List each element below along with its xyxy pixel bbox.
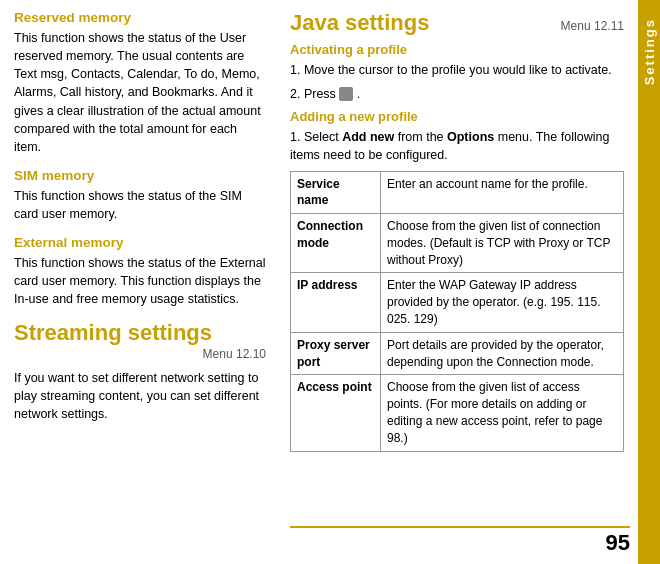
table-cell-value: Choose from the given list of connection…	[381, 214, 624, 273]
table-row: IP addressEnter the WAP Gateway IP addre…	[291, 273, 624, 332]
table-cell-label: IP address	[291, 273, 381, 332]
reserved-memory-body: This function shows the status of the Us…	[14, 29, 266, 156]
sim-memory-body: This function shows the status of the SI…	[14, 187, 266, 223]
table-cell-value: Enter the WAP Gateway IP address provide…	[381, 273, 624, 332]
table-row: Proxy server portPort details are provid…	[291, 332, 624, 375]
external-memory-section: External memory This function shows the …	[14, 235, 266, 308]
table-cell-label: Access point	[291, 375, 381, 451]
sidebar: Settings	[638, 0, 660, 564]
table-cell-label: Service name	[291, 171, 381, 214]
ok-icon	[339, 87, 353, 101]
page-divider	[290, 526, 630, 528]
sim-memory-title: SIM memory	[14, 168, 266, 183]
table-cell-value: Enter an account name for the profile.	[381, 171, 624, 214]
adding-profile-title: Adding a new profile	[290, 109, 624, 124]
reserved-memory-section: Reserved memory This function shows the …	[14, 10, 266, 156]
table-cell-label: Connection mode	[291, 214, 381, 273]
press-suffix: .	[357, 87, 360, 101]
reserved-memory-title: Reserved memory	[14, 10, 266, 25]
sidebar-label: Settings	[642, 18, 657, 85]
sim-memory-section: SIM memory This function shows the statu…	[14, 168, 266, 223]
profile-table: Service nameEnter an account name for th…	[290, 171, 624, 452]
step1-mid: from the	[398, 130, 447, 144]
java-settings-menu: Menu 12.11	[561, 19, 624, 33]
table-cell-value: Choose from the given list of access poi…	[381, 375, 624, 451]
adding-profile-section: Adding a new profile 1. Select Add new f…	[290, 109, 624, 164]
press-text: 2. Press	[290, 87, 339, 101]
table-row: Connection modeChoose from the given lis…	[291, 214, 624, 273]
streaming-settings-section: Streaming settings Menu 12.10 If you wan…	[14, 321, 266, 424]
table-cell-value: Port details are provided by the operato…	[381, 332, 624, 375]
activating-step1: 1. Move the cursor to the profile you wo…	[290, 61, 624, 79]
activating-profile-title: Activating a profile	[290, 42, 624, 57]
table-cell-label: Proxy server port	[291, 332, 381, 375]
step1-addnew: Add new	[342, 130, 398, 144]
external-memory-title: External memory	[14, 235, 266, 250]
streaming-settings-title: Streaming settings	[14, 321, 266, 345]
step1-pre: 1. Select	[290, 130, 342, 144]
right-column: Java settings Menu 12.11 Activating a pr…	[280, 0, 638, 564]
external-memory-body: This function shows the status of the Ex…	[14, 254, 266, 308]
step1-options: Options	[447, 130, 498, 144]
left-column: Reserved memory This function shows the …	[0, 0, 280, 564]
java-header: Java settings Menu 12.11	[290, 10, 624, 36]
table-row: Access pointChoose from the given list o…	[291, 375, 624, 451]
page-number: 95	[606, 530, 630, 556]
activating-step2: 2. Press .	[290, 85, 624, 103]
streaming-menu-ref: Menu 12.10	[14, 347, 266, 361]
activating-profile-section: Activating a profile 1. Move the cursor …	[290, 42, 624, 103]
adding-step1: 1. Select Add new from the Options menu.…	[290, 128, 624, 164]
streaming-settings-body: If you want to set different network set…	[14, 369, 266, 423]
java-settings-title: Java settings	[290, 10, 429, 36]
page-number-area: 95	[290, 526, 630, 556]
table-row: Service nameEnter an account name for th…	[291, 171, 624, 214]
